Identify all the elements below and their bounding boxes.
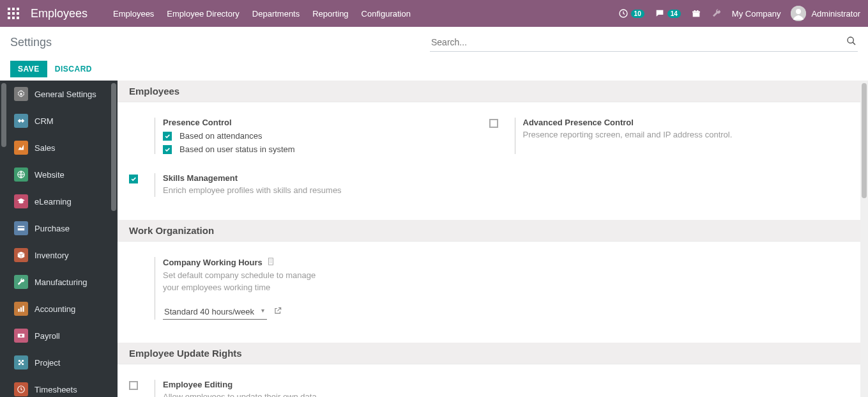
checkbox-advanced-presence[interactable] bbox=[489, 119, 498, 128]
nav-departments[interactable]: Departments bbox=[252, 9, 300, 19]
nav-employee-directory[interactable]: Employee Directory bbox=[167, 9, 239, 19]
setting-title-text: Company Working Hours bbox=[163, 258, 263, 267]
setting-title: Skills Management bbox=[163, 173, 849, 183]
setting-title: Advanced Presence Control bbox=[523, 118, 849, 127]
sidebar-item-general-settings[interactable]: General Settings bbox=[8, 81, 110, 107]
checkbox-user-status[interactable] bbox=[163, 145, 172, 154]
user-name: Administrator bbox=[811, 9, 860, 19]
sidebar-item-label: Payroll bbox=[34, 331, 60, 341]
sidebar-item-purchase[interactable]: Purchase bbox=[8, 215, 110, 242]
clock-icon bbox=[618, 8, 628, 19]
card-icon bbox=[14, 221, 28, 235]
gear-icon bbox=[14, 87, 28, 101]
setting-working-hours: Company Working Hours Set default compan… bbox=[129, 253, 489, 323]
gift-icon[interactable] bbox=[691, 8, 701, 19]
messages-count: 14 bbox=[667, 10, 681, 18]
sidebar-item-label: CRM bbox=[34, 116, 54, 126]
sidebar-item-sales[interactable]: Sales bbox=[8, 134, 110, 161]
svg-point-4 bbox=[796, 9, 801, 14]
sidebar-scrollbar-left[interactable] bbox=[0, 81, 8, 397]
svg-rect-11 bbox=[20, 307, 22, 312]
svg-rect-9 bbox=[18, 227, 25, 228]
checkbox-label: Based on attendances bbox=[179, 131, 262, 141]
sidebar-item-label: Sales bbox=[34, 143, 56, 153]
sidebar-item-label: Project bbox=[34, 358, 60, 368]
chat-icon bbox=[655, 8, 665, 19]
nav-reporting[interactable]: Reporting bbox=[312, 9, 348, 19]
activities-count: 10 bbox=[631, 10, 644, 18]
checkbox-attendances[interactable] bbox=[163, 132, 172, 141]
sidebar-item-label: eLearning bbox=[34, 197, 72, 206]
avatar-icon bbox=[791, 6, 806, 21]
settings-sidebar: General Settings CRM Sales Website eLear… bbox=[8, 81, 110, 397]
topbar-right: 10 14 My Company Administrator bbox=[618, 6, 860, 21]
sidebar-item-label: Inventory bbox=[34, 251, 68, 260]
globe-icon bbox=[14, 167, 28, 182]
messages-button[interactable]: 14 bbox=[655, 8, 681, 19]
checkbox-label: Based on user status in system bbox=[179, 144, 295, 154]
section-header-work-org: Work Organization bbox=[118, 220, 860, 242]
sidebar-item-label: General Settings bbox=[34, 90, 96, 99]
svg-rect-12 bbox=[22, 306, 24, 311]
checkbox-skills-management[interactable] bbox=[129, 175, 138, 183]
sidebar-item-timesheets[interactable]: Timesheets bbox=[8, 376, 110, 397]
sidebar-item-payroll[interactable]: Payroll bbox=[8, 322, 110, 349]
setting-desc: Allow employees to update their own data bbox=[163, 391, 489, 398]
chart-icon bbox=[14, 141, 28, 155]
sidebar-item-crm[interactable]: CRM bbox=[8, 107, 110, 134]
nav-employees[interactable]: Employees bbox=[113, 9, 154, 19]
building-icon bbox=[266, 257, 275, 268]
sidebar-item-label: Accounting bbox=[34, 304, 75, 314]
breadcrumb-bar: Settings bbox=[0, 27, 868, 58]
action-bar: SAVE DISCARD bbox=[0, 58, 868, 81]
sidebar-scrollbar-right[interactable] bbox=[110, 81, 118, 397]
svg-point-6 bbox=[20, 93, 22, 95]
user-menu[interactable]: Administrator bbox=[791, 6, 860, 21]
clock-icon bbox=[14, 382, 28, 396]
nav-configuration[interactable]: Configuration bbox=[362, 9, 411, 19]
save-button[interactable]: SAVE bbox=[10, 61, 47, 77]
svg-rect-2 bbox=[692, 12, 700, 13]
apps-icon[interactable] bbox=[8, 8, 19, 19]
setting-advanced-presence: Advanced Presence Control Presence repor… bbox=[489, 114, 849, 158]
sidebar-item-website[interactable]: Website bbox=[8, 161, 110, 188]
setting-title: Presence Control bbox=[163, 118, 489, 127]
setting-desc: Presence reporting screen, email and IP … bbox=[523, 128, 849, 141]
svg-point-5 bbox=[848, 37, 853, 43]
checkbox-employee-editing[interactable] bbox=[129, 381, 138, 390]
sidebar-item-inventory[interactable]: Inventory bbox=[8, 242, 110, 269]
working-hours-select[interactable]: Standard 40 hours/week bbox=[163, 304, 267, 320]
settings-content: Employees Presence Control Based on atte… bbox=[118, 81, 860, 397]
select-value: Standard 40 hours/week bbox=[164, 307, 254, 316]
bars-icon bbox=[14, 302, 28, 316]
search-wrap bbox=[430, 33, 858, 52]
sidebar-item-elearning[interactable]: eLearning bbox=[8, 188, 110, 215]
sidebar-item-label: Purchase bbox=[34, 224, 70, 233]
content-scrollbar[interactable] bbox=[860, 81, 868, 397]
company-name[interactable]: My Company bbox=[732, 9, 781, 19]
top-nav: Employees Employee Directory Departments… bbox=[113, 9, 411, 19]
discard-button[interactable]: DISCARD bbox=[55, 65, 92, 74]
search-icon[interactable] bbox=[846, 36, 857, 48]
app-brand[interactable]: Employees bbox=[31, 7, 88, 20]
sidebar-item-accounting[interactable]: Accounting bbox=[8, 295, 110, 322]
external-link-icon[interactable] bbox=[273, 306, 282, 317]
sidebar-item-project[interactable]: Project bbox=[8, 349, 110, 376]
setting-desc: Enrich employee profiles with skills and… bbox=[163, 184, 849, 197]
sidebar-item-manufacturing[interactable]: Manufacturing bbox=[8, 269, 110, 295]
wrench-icon[interactable] bbox=[712, 8, 722, 19]
sidebar-item-label: Manufacturing bbox=[34, 277, 87, 287]
svg-rect-16 bbox=[268, 258, 273, 265]
sidebar-item-label: Timesheets bbox=[34, 385, 77, 394]
wrench-icon bbox=[14, 275, 28, 289]
setting-skills-management: Skills Management Enrich employee profil… bbox=[129, 169, 849, 201]
topbar: Employees Employees Employee Directory D… bbox=[0, 0, 868, 27]
handshake-icon bbox=[14, 114, 28, 128]
sidebar-item-label: Website bbox=[34, 170, 65, 180]
setting-title: Employee Editing bbox=[163, 380, 489, 389]
svg-rect-10 bbox=[18, 309, 19, 312]
activities-button[interactable]: 10 bbox=[618, 8, 644, 19]
search-input[interactable] bbox=[430, 33, 858, 52]
section-header-employees: Employees bbox=[118, 81, 860, 102]
svg-rect-1 bbox=[693, 13, 700, 17]
